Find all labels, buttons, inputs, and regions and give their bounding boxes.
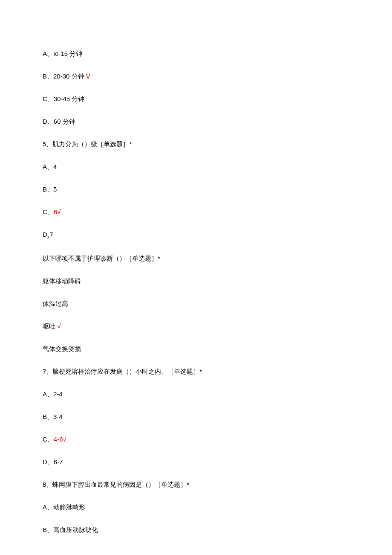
- question-7: 7、脑梗死溶栓治疗应在发病（）小时之内。［单选题］*: [43, 367, 349, 376]
- option-b-q7: B、3-4: [43, 412, 349, 421]
- question-6: 以下哪项不属于护理诊断（）［单选题］*: [43, 254, 349, 263]
- option-c-q7: C、4-6√: [43, 435, 349, 444]
- option-a-q5: A、4: [43, 162, 349, 171]
- text: 8、蛛网膜下腔出血最常见的病因是（）［单选题］*: [43, 481, 189, 488]
- text: D: [43, 231, 47, 238]
- option-c-q6: 呕吐 √: [43, 322, 349, 331]
- text: A、2-4: [43, 390, 63, 398]
- text: C、: [43, 208, 54, 215]
- option-a-q7: A、2-4: [43, 389, 349, 398]
- option-b-q6: 体温过高: [43, 299, 349, 308]
- option-c-q5: C、6√: [43, 207, 349, 216]
- option-c-q4: C、30-45 分钟: [43, 94, 349, 103]
- text: 7: [49, 231, 53, 238]
- option-b-q5: B、5: [43, 185, 349, 194]
- text: 7、脑梗死溶栓治疗应在发病（）小时之内。［单选题］*: [43, 368, 202, 375]
- option-a-q6: 躯体移动障碍: [43, 276, 349, 285]
- text: 体温过高: [43, 300, 68, 307]
- text: B、5: [43, 186, 57, 193]
- text: B、3-4: [43, 413, 63, 420]
- option-b-q8: B、高血压动脉硬化: [43, 525, 349, 534]
- text: 呕吐: [43, 323, 57, 330]
- option-a-q4: A、Io-15 分钟: [43, 49, 349, 58]
- text: B、高血压动脉硬化: [43, 526, 98, 533]
- option-d-q7: D、6-7: [43, 457, 349, 466]
- option-b-q4: B、20-30 分钟 V: [43, 72, 349, 81]
- text: A、Io-15 分钟: [43, 50, 82, 57]
- question-8: 8、蛛网膜下腔出血最常见的病因是（）［单选题］*: [43, 480, 349, 489]
- check-icon: 6√: [54, 208, 61, 215]
- option-a-q8: A、动静脉畸形: [43, 503, 349, 511]
- text: 躯体移动障碍: [43, 277, 81, 285]
- option-d-q6: 气体交换受损: [43, 344, 349, 353]
- text: D、60 分钟: [43, 118, 75, 125]
- question-5: 5、肌力分为（）级［单选题］*: [43, 139, 349, 148]
- text: A、4: [43, 163, 57, 170]
- option-d-q4: D、60 分钟: [43, 117, 349, 126]
- text: C、: [43, 436, 54, 443]
- text: D、6-7: [43, 458, 63, 465]
- check-icon: √: [57, 323, 61, 330]
- option-d-q5: Dx7: [43, 230, 349, 240]
- text: B、20-30 分钟: [43, 73, 86, 80]
- text: 气体交换受损: [43, 345, 81, 352]
- text: C、30-45 分钟: [43, 95, 84, 102]
- check-icon: 4-6√: [54, 436, 66, 443]
- text: A、动静脉畸形: [43, 503, 85, 511]
- text: 5、肌力分为（）级［单选题］*: [43, 140, 132, 148]
- check-icon: V: [86, 73, 90, 80]
- text: 以下哪项不属于护理诊断（）［单选题］*: [43, 255, 160, 262]
